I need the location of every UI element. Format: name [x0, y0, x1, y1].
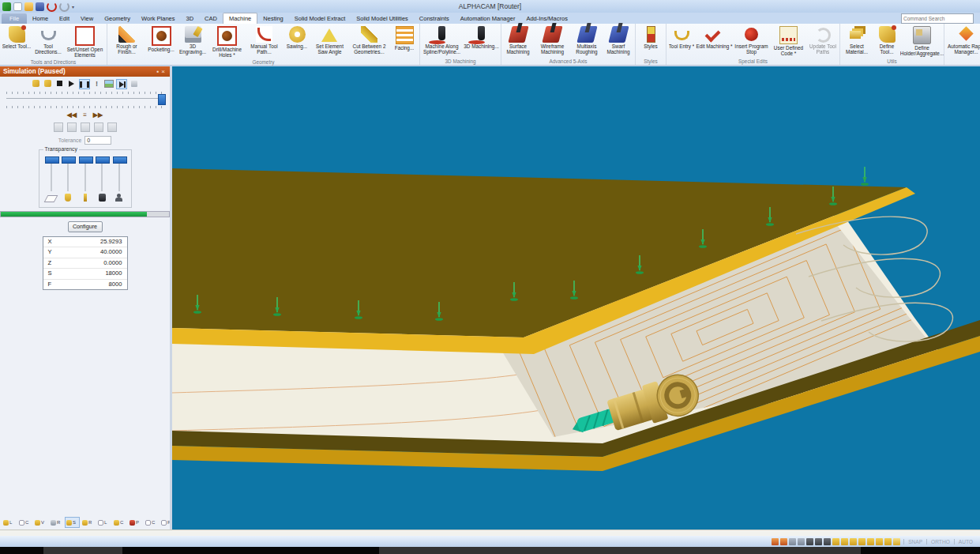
view-front-icon[interactable] [841, 538, 848, 545]
sim-extra-icon-2[interactable] [67, 122, 77, 132]
ribbon-item-edit-machining[interactable]: Edit Machining * [696, 24, 733, 58]
toggle-r1[interactable]: R [49, 517, 64, 528]
tab-constraints[interactable]: Constraints [414, 13, 455, 24]
sim-run-to-end-icon[interactable] [32, 79, 41, 88]
tab-solid-model-extract[interactable]: Solid Model Extract [289, 13, 351, 24]
toggle-v[interactable]: V [33, 517, 48, 528]
view-down-icon[interactable] [884, 538, 892, 545]
ribbon-item-user-code[interactable]: User Defined Code * [770, 24, 807, 58]
ribbon-item-3d-engraving[interactable]: 3D Engraving... [177, 24, 208, 58]
pan-icon[interactable] [789, 538, 796, 545]
ribbon-item-styles[interactable]: Styles [636, 24, 665, 58]
zoom-window-icon[interactable] [780, 538, 787, 545]
ribbon-item-select-tool[interactable]: Select Tool... [1, 24, 32, 58]
ribbon-item-facing[interactable]: Facing... [390, 24, 419, 58]
sim-warning-icon[interactable]: ! [92, 79, 102, 88]
close-icon[interactable]: × [161, 68, 167, 75]
simulation-timeline-slider[interactable] [3, 94, 167, 104]
sim-extra-icon-5[interactable] [107, 122, 117, 132]
tab-automation-manager[interactable]: Automation Manager [455, 13, 521, 24]
ortho-toggle[interactable]: ORTHO [926, 539, 954, 545]
ribbon-item-open-elements[interactable]: Set/Unset Open Elements [64, 24, 106, 58]
ribbon-item-define-holder[interactable]: Define Holder/Aggregate... [901, 24, 943, 58]
tool-transparency-slider[interactable] [78, 156, 92, 202]
tab-addins-macros[interactable]: Add-Ins/Macros [520, 13, 573, 24]
tab-file[interactable]: File [2, 13, 27, 24]
tab-3d[interactable]: 3D [181, 13, 200, 24]
axis-z-icon[interactable] [824, 538, 831, 545]
ribbon-item-tool-directions[interactable]: Tool Directions... [32, 24, 64, 58]
toggle-s[interactable]: S [65, 517, 80, 528]
skip-back-icon[interactable]: ◀◀ [67, 111, 77, 119]
ribbon-item-machine-spline[interactable]: Machine Along Spline/Polyline... [421, 24, 463, 58]
view-iso2-icon[interactable] [867, 538, 874, 545]
ribbon-item-drill-holes[interactable]: Drill/Machine Holes * [208, 24, 246, 58]
ribbon-item-tool-entry[interactable]: Tool Entry * [667, 24, 696, 58]
sim-extra-icon-3[interactable] [81, 122, 90, 132]
snap-toggle[interactable]: SNAP [903, 539, 926, 545]
tab-geometry[interactable]: Geometry [99, 13, 136, 24]
view-iso3-icon[interactable] [876, 538, 883, 545]
ribbon-item-multiaxis-roughing[interactable]: Multiaxis Roughing [571, 24, 603, 58]
configure-button[interactable]: Configure [68, 221, 103, 232]
tab-solid-model-utilities[interactable]: Solid Model Utilities [351, 13, 413, 24]
ribbon-item-program-stop[interactable]: Insert Program Stop [733, 24, 770, 58]
tab-machine[interactable]: Machine [223, 13, 257, 24]
sim-extra-icon-1[interactable] [54, 122, 63, 132]
view-iso1-icon[interactable] [858, 538, 865, 545]
ribbon-item-select-material[interactable]: Select Material... [841, 24, 873, 58]
sim-pause-icon[interactable] [79, 79, 90, 89]
toggle-l1[interactable]: L [2, 517, 17, 528]
auto-toggle[interactable]: AUTO [954, 539, 977, 545]
toggle-r2[interactable]: R [81, 517, 96, 528]
sim-options-icon[interactable] [130, 79, 139, 88]
material-transparency-slider[interactable] [44, 156, 58, 202]
toggle-c2[interactable]: C [112, 517, 127, 528]
zoom-all-icon[interactable] [772, 538, 779, 545]
command-search-input[interactable] [901, 13, 974, 24]
ribbon-item-define-tool[interactable]: Define Tool... [873, 24, 901, 58]
ribbon-item-sawing[interactable]: Sawing... [283, 24, 311, 58]
chuck-transparency-slider[interactable] [95, 156, 109, 202]
toggle-p[interactable]: P [128, 517, 143, 528]
ribbon-item-manual-tool-path[interactable]: Manual Tool Path... [246, 24, 283, 58]
tolerance-input[interactable] [84, 136, 111, 145]
ribbon-item-wireframe-machining[interactable]: Wireframe Machining [534, 24, 571, 58]
ribbon-item-rough-finish[interactable]: Rough or Finish... [108, 24, 145, 58]
toggle-c1[interactable]: C [17, 517, 32, 528]
sim-extra-icon-4[interactable] [94, 122, 103, 132]
view-box-icon[interactable] [893, 538, 900, 545]
tab-nesting[interactable]: Nesting [257, 13, 288, 24]
ribbon-item-saw-angle[interactable]: Set Element Saw Angle [311, 24, 348, 58]
rotate-view-icon[interactable] [798, 538, 805, 545]
readout-row-s: S18000 [43, 269, 127, 279]
skip-forward-icon[interactable]: ▶▶ [93, 111, 103, 119]
tab-cad[interactable]: CAD [199, 13, 223, 24]
view-side-icon[interactable] [850, 538, 857, 545]
tab-edit[interactable]: Edit [54, 13, 75, 24]
view-top-icon[interactable] [832, 538, 839, 545]
sim-step-icon[interactable] [116, 79, 127, 89]
holder-transparency-slider[interactable] [61, 156, 75, 202]
sim-play-icon[interactable] [67, 79, 77, 88]
ribbon-item-rapid-manager[interactable]: Automatic Rapid Manager... [945, 24, 980, 58]
toggle-l2[interactable]: L [96, 517, 111, 528]
toggle-c3[interactable]: C [144, 517, 159, 528]
ribbon-item-3d-machining[interactable]: 3D Machining... [463, 24, 500, 58]
viewport-3d[interactable] [172, 66, 980, 530]
ribbon-item-swarf-machining[interactable]: Swarf Machining [603, 24, 634, 58]
sim-snapshot-icon[interactable] [104, 79, 114, 88]
sim-stop-icon[interactable] [55, 79, 65, 88]
tab-view[interactable]: View [75, 13, 99, 24]
ribbon-item-cut-between[interactable]: Cut Between 2 Geometries... [348, 24, 390, 58]
axis-iso-icon[interactable] [815, 538, 822, 545]
sim-run-fast-icon[interactable] [43, 79, 53, 88]
ribbon-item-pocketing[interactable]: Pocketing... [145, 24, 177, 58]
axis-xy-icon[interactable] [806, 538, 813, 545]
playlist-icon[interactable]: ≡ [83, 111, 87, 119]
timeline-handle[interactable] [158, 94, 166, 105]
tab-home[interactable]: Home [27, 13, 54, 24]
tab-work-planes[interactable]: Work Planes [136, 13, 180, 24]
operator-transparency-slider[interactable] [112, 156, 126, 202]
ribbon-item-surface-machining[interactable]: Surface Machining [502, 24, 534, 58]
